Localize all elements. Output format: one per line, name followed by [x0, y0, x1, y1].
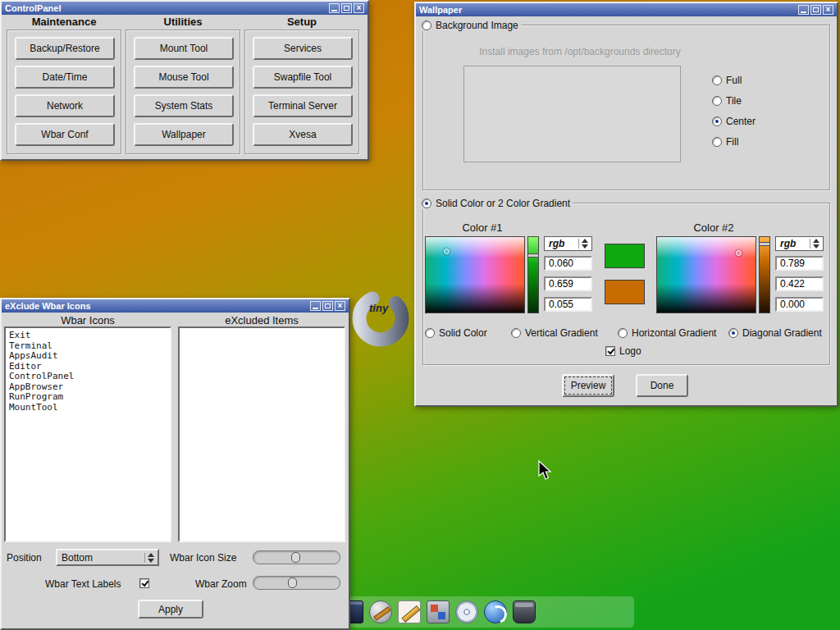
mode-center-option[interactable]: Center — [710, 115, 758, 127]
style-solid-radio[interactable] — [425, 328, 435, 338]
mouse-cursor — [538, 460, 553, 484]
mounttool-icon[interactable] — [513, 600, 536, 623]
image-preview-area — [463, 66, 681, 162]
background-image-radio[interactable] — [422, 21, 431, 30]
editor-icon[interactable] — [398, 600, 421, 623]
color2-value-slider[interactable] — [759, 236, 770, 313]
minimize-icon[interactable] — [329, 3, 340, 13]
color2-slider-mark[interactable] — [759, 242, 770, 246]
mode-full-radio[interactable] — [712, 75, 722, 85]
solid-color-option[interactable]: Solid Color or 2 Color Gradient — [419, 197, 573, 209]
style-solid-option[interactable]: Solid Color — [422, 326, 490, 339]
close-icon[interactable]: × — [354, 3, 364, 13]
color2-g-value[interactable]: 0.422 — [775, 276, 824, 291]
style-vertical-radio[interactable] — [511, 328, 521, 338]
icon-size-slider[interactable] — [253, 550, 340, 564]
controlpanel-icon[interactable] — [427, 600, 450, 623]
wallpaper-button[interactable]: Wallpaper — [134, 123, 234, 146]
mode-full-option[interactable]: Full — [710, 74, 744, 86]
position-dropdown[interactable]: Bottom — [56, 549, 159, 566]
minimize-icon[interactable] — [798, 5, 809, 15]
system-stats-button[interactable]: System Stats — [134, 94, 234, 117]
mode-center-label: Center — [726, 116, 756, 127]
controlpanel-titlebar[interactable]: ControlPanel × — [2, 2, 368, 15]
preview-button[interactable]: Preview — [562, 374, 614, 397]
style-horizontal-option[interactable]: Horizontal Gradient — [615, 326, 719, 339]
mode-tile-option[interactable]: Tile — [710, 94, 744, 107]
close-icon[interactable]: × — [335, 301, 345, 311]
apply-button[interactable]: Apply — [138, 600, 203, 619]
backup-restore-button[interactable]: Backup/Restore — [15, 37, 115, 60]
column-header-maintenance: Maintenance — [7, 16, 121, 28]
tinycore-logo: tiny — [348, 285, 413, 354]
column-header-setup: Setup — [244, 16, 359, 28]
appbrowser-icon[interactable] — [455, 600, 478, 623]
logo-text: tiny — [369, 302, 389, 314]
mouse-tool-button[interactable]: Mouse Tool — [134, 66, 234, 89]
mode-fill-radio[interactable] — [712, 137, 722, 147]
wallpaper-titlebar[interactable]: Wallpaper × — [416, 3, 837, 16]
updown-icon — [144, 553, 156, 563]
services-button[interactable]: Services — [253, 37, 353, 60]
list-item[interactable]: ControlPanel — [9, 372, 167, 382]
close-icon[interactable]: × — [823, 5, 833, 15]
mode-fill-option[interactable]: Fill — [710, 135, 741, 148]
exclude-titlebar[interactable]: eXclude Wbar Icons × — [2, 299, 349, 313]
xvesa-button[interactable]: Xvesa — [253, 123, 353, 146]
style-diagonal-radio[interactable] — [728, 328, 738, 338]
color1-mode-choice[interactable]: rgb — [544, 236, 592, 251]
icon-size-slider-thumb[interactable] — [291, 552, 300, 563]
done-button[interactable]: Done — [636, 374, 688, 397]
color1-b-value[interactable]: 0.055 — [544, 297, 592, 312]
list-item[interactable]: RunProgram — [9, 392, 167, 403]
window-title: Wallpaper — [419, 5, 797, 15]
mount-tool-button[interactable]: Mount Tool — [134, 37, 234, 60]
runprogram-icon[interactable] — [484, 600, 507, 623]
style-horizontal-radio[interactable] — [618, 328, 628, 338]
color1-r-value[interactable]: 0.060 — [544, 256, 592, 271]
color2-mode-choice[interactable]: rgb — [775, 236, 824, 251]
logo-checkbox[interactable] — [605, 346, 615, 356]
column-header-utilities: Utilities — [126, 16, 240, 28]
style-vertical-option[interactable]: Vertical Gradient — [509, 326, 600, 339]
maximize-icon[interactable] — [322, 301, 333, 311]
terminal-server-button[interactable]: Terminal Server — [253, 94, 353, 117]
zoom-slider-thumb[interactable] — [288, 578, 297, 588]
maximize-icon[interactable] — [341, 3, 352, 13]
install-hint: Install images from /opt/backgrounds dir… — [449, 46, 711, 57]
appsaudit-icon[interactable] — [369, 600, 392, 623]
excluded-items-list[interactable] — [178, 326, 345, 542]
background-image-option[interactable]: Background Image — [419, 19, 521, 31]
text-labels-checkbox[interactable] — [139, 578, 149, 588]
maximize-icon[interactable] — [810, 5, 821, 15]
date-time-button[interactable]: Date/Time — [15, 66, 115, 89]
color2-picker-dot[interactable] — [736, 250, 742, 256]
solid-color-label: Solid Color or 2 Color Gradient — [436, 198, 570, 209]
wbar-icons-list[interactable]: Exit Terminal AppsAudit Editor ControlPa… — [4, 326, 171, 542]
style-diagonal-option[interactable]: Diagonal Gradient — [726, 326, 824, 339]
swapfile-tool-button[interactable]: Swapfile Tool — [253, 66, 353, 89]
solid-color-radio[interactable] — [422, 199, 431, 208]
mode-center-radio[interactable] — [712, 116, 722, 126]
list-item[interactable]: AppsAudit — [9, 351, 167, 362]
color2-mode-label: rgb — [780, 238, 796, 249]
network-button[interactable]: Network — [15, 94, 115, 117]
color2-picker[interactable] — [656, 236, 756, 313]
wbar-dock — [332, 596, 634, 628]
minimize-icon[interactable] — [310, 301, 321, 311]
style-vertical-label: Vertical Gradient — [525, 327, 598, 339]
color1-value-slider[interactable] — [527, 236, 539, 313]
color2-b-value[interactable]: 0.000 — [775, 297, 824, 312]
color1-swatch — [605, 244, 645, 268]
color1-picker-dot[interactable] — [444, 249, 450, 254]
mode-tile-radio[interactable] — [712, 96, 722, 106]
color1-g-value[interactable]: 0.659 — [544, 276, 592, 291]
logo-option[interactable]: Logo — [603, 345, 644, 357]
wbar-conf-button[interactable]: Wbar Conf — [15, 123, 115, 146]
color1-picker[interactable] — [425, 236, 525, 313]
color2-r-value[interactable]: 0.789 — [775, 256, 824, 271]
color1-slider-mark[interactable] — [527, 253, 539, 258]
zoom-slider[interactable] — [253, 576, 340, 590]
list-item[interactable]: Exit — [9, 331, 167, 341]
list-item[interactable]: MountTool — [9, 403, 167, 413]
